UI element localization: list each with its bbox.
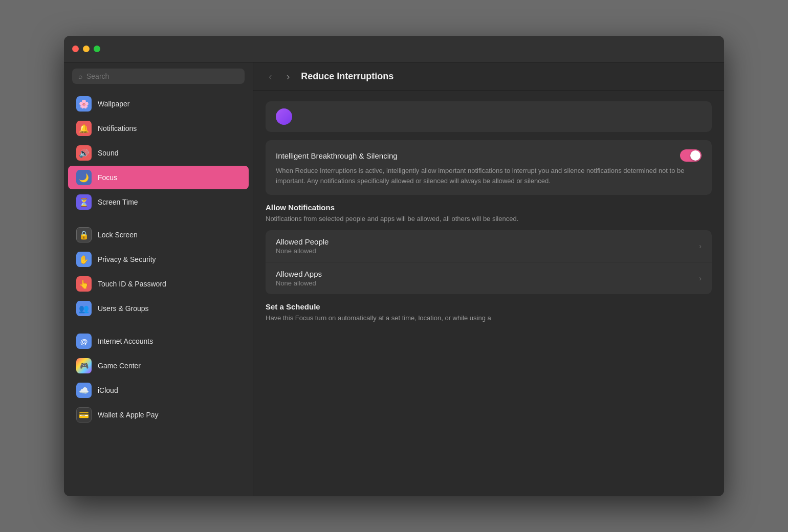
sidebar: ⌕ 🌸 Wallpaper 🔔 Notifications 🔊 Sound 🌙 … bbox=[64, 62, 253, 496]
sidebar-label-screen-time: Screen Time bbox=[98, 198, 138, 206]
schedule-header: Set a Schedule Have this Focus turn on a… bbox=[266, 302, 712, 323]
sidebar-label-touch-id: Touch ID & Password bbox=[98, 280, 166, 288]
allowed-people-chevron: › bbox=[699, 242, 702, 250]
sidebar-item-wallpaper[interactable]: 🌸 Wallpaper bbox=[68, 92, 249, 116]
wallpaper-icon: 🌸 bbox=[76, 96, 92, 112]
users-groups-icon: 👥 bbox=[76, 301, 92, 316]
toggle-knob bbox=[690, 150, 701, 161]
sidebar-label-sound: Sound bbox=[98, 149, 118, 157]
allowed-people-title: Allowed People bbox=[276, 237, 329, 246]
sidebar-label-users-groups: Users & Groups bbox=[98, 304, 149, 313]
allowed-list-card: Allowed People None allowed › Allowed Ap… bbox=[266, 230, 712, 294]
back-button[interactable]: ‹ bbox=[266, 70, 275, 83]
system-settings-window: ⌕ 🌸 Wallpaper 🔔 Notifications 🔊 Sound 🌙 … bbox=[64, 36, 724, 496]
sidebar-item-wallet-apple-pay[interactable]: 💳 Wallet & Apple Pay bbox=[68, 403, 249, 427]
search-input[interactable] bbox=[86, 72, 238, 80]
purple-indicator bbox=[276, 108, 292, 125]
sound-icon: 🔊 bbox=[76, 145, 92, 161]
forward-button[interactable]: › bbox=[283, 70, 293, 83]
sidebar-label-icloud: iCloud bbox=[98, 386, 118, 394]
touch-id-icon: 👆 bbox=[76, 276, 92, 292]
allowed-people-left: Allowed People None allowed bbox=[276, 237, 329, 255]
sidebar-item-notifications[interactable]: 🔔 Notifications bbox=[68, 117, 249, 140]
traffic-lights bbox=[72, 46, 100, 52]
sidebar-item-users-groups[interactable]: 👥 Users & Groups bbox=[68, 297, 249, 320]
content-body: Intelligent Breakthrough & Silencing Whe… bbox=[253, 91, 724, 496]
allowed-apps-left: Allowed Apps None allowed bbox=[276, 270, 322, 287]
search-container: ⌕ bbox=[72, 69, 245, 84]
sidebar-item-touch-id[interactable]: 👆 Touch ID & Password bbox=[68, 272, 249, 296]
allow-notifications-desc: Notifications from selected people and a… bbox=[266, 214, 712, 224]
sidebar-item-lock-screen[interactable]: 🔒 Lock Screen bbox=[68, 223, 249, 247]
allowed-people-row[interactable]: Allowed People None allowed › bbox=[266, 230, 712, 262]
intelligent-breakthrough-card: Intelligent Breakthrough & Silencing Whe… bbox=[266, 140, 712, 195]
partial-top-card bbox=[266, 101, 712, 132]
sidebar-item-game-center[interactable]: 🎮 Game Center bbox=[68, 354, 249, 378]
minimize-button[interactable] bbox=[83, 46, 90, 52]
notifications-icon: 🔔 bbox=[76, 121, 92, 136]
main-layout: ⌕ 🌸 Wallpaper 🔔 Notifications 🔊 Sound 🌙 … bbox=[64, 62, 724, 496]
lock-screen-icon: 🔒 bbox=[76, 227, 92, 242]
close-button[interactable] bbox=[72, 46, 79, 52]
content-header: ‹ › Reduce Interruptions bbox=[253, 62, 724, 91]
sidebar-label-focus: Focus bbox=[98, 173, 117, 182]
allowed-apps-chevron: › bbox=[699, 274, 702, 282]
intelligent-description: When Reduce Interruptions is active, int… bbox=[276, 166, 702, 186]
sidebar-label-notifications: Notifications bbox=[98, 124, 137, 132]
sidebar-label-privacy-security: Privacy & Security bbox=[98, 255, 156, 263]
title-bar bbox=[64, 36, 724, 62]
content-title: Reduce Interruptions bbox=[301, 71, 393, 82]
allowed-people-subtitle: None allowed bbox=[276, 247, 329, 255]
sidebar-label-wallpaper: Wallpaper bbox=[98, 100, 130, 108]
privacy-security-icon: ✋ bbox=[76, 252, 92, 267]
sidebar-item-privacy-security[interactable]: ✋ Privacy & Security bbox=[68, 248, 249, 271]
internet-accounts-icon: @ bbox=[76, 334, 92, 349]
screen-time-icon: ⏳ bbox=[76, 194, 92, 210]
divider-1 bbox=[64, 215, 253, 223]
sidebar-item-internet-accounts[interactable]: @ Internet Accounts bbox=[68, 329, 249, 353]
allow-notifications-title: Allow Notifications bbox=[266, 203, 712, 212]
sidebar-label-game-center: Game Center bbox=[98, 362, 141, 370]
search-box[interactable]: ⌕ bbox=[72, 69, 245, 84]
icloud-icon: ☁️ bbox=[76, 383, 92, 398]
sidebar-item-sound[interactable]: 🔊 Sound bbox=[68, 141, 249, 165]
search-icon: ⌕ bbox=[78, 72, 82, 80]
allowed-apps-subtitle: None allowed bbox=[276, 279, 322, 287]
sidebar-item-icloud[interactable]: ☁️ iCloud bbox=[68, 379, 249, 402]
maximize-button[interactable] bbox=[94, 46, 100, 52]
focus-icon: 🌙 bbox=[76, 170, 92, 185]
intelligent-toggle[interactable] bbox=[680, 149, 702, 162]
allowed-apps-row[interactable]: Allowed Apps None allowed › bbox=[266, 262, 712, 294]
game-center-icon: 🎮 bbox=[76, 358, 92, 373]
intelligent-title: Intelligent Breakthrough & Silencing bbox=[276, 151, 398, 160]
schedule-title: Set a Schedule bbox=[266, 302, 712, 311]
allowed-apps-title: Allowed Apps bbox=[276, 270, 322, 278]
schedule-desc: Have this Focus turn on automatically at… bbox=[266, 313, 712, 323]
sidebar-label-wallet: Wallet & Apple Pay bbox=[98, 411, 159, 419]
sidebar-item-focus[interactable]: 🌙 Focus bbox=[68, 166, 249, 189]
allow-notifications-header: Allow Notifications Notifications from s… bbox=[266, 203, 712, 224]
sidebar-label-lock-screen: Lock Screen bbox=[98, 231, 138, 239]
wallet-icon: 💳 bbox=[76, 407, 92, 423]
sidebar-item-screen-time[interactable]: ⏳ Screen Time bbox=[68, 190, 249, 214]
sidebar-label-internet-accounts: Internet Accounts bbox=[98, 337, 153, 345]
divider-2 bbox=[64, 321, 253, 329]
content-area: ‹ › Reduce Interruptions Intelligent Bre… bbox=[253, 62, 724, 496]
card-top-row: Intelligent Breakthrough & Silencing bbox=[276, 149, 702, 162]
